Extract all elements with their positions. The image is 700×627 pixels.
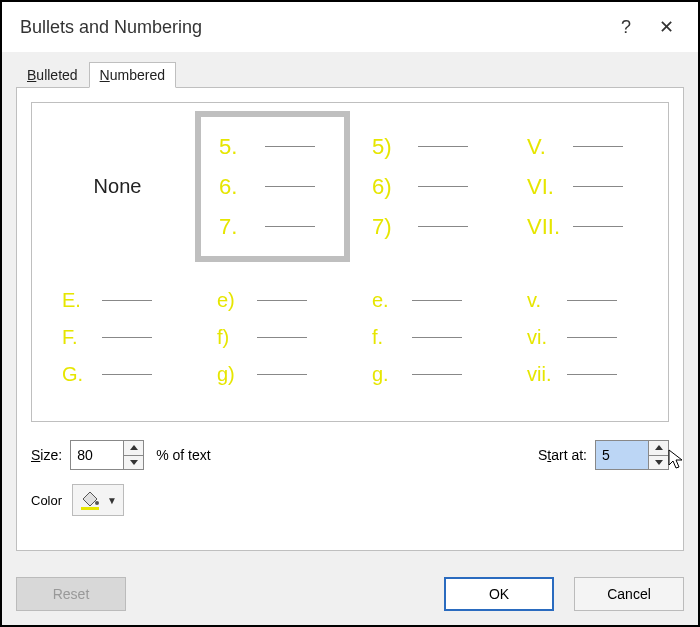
line-icon [102, 337, 152, 338]
close-button[interactable]: ✕ [646, 16, 686, 38]
tab-bulleted-rest: ulleted [36, 67, 77, 83]
num-label: v. [527, 289, 561, 312]
gallery-row: 6. [219, 174, 338, 200]
color-row: Color ▼ [31, 484, 669, 516]
num-label: V. [527, 134, 567, 160]
num-label: e. [372, 289, 406, 312]
line-icon [418, 146, 468, 147]
line-icon [418, 226, 468, 227]
tab-numbered-accel: N [100, 67, 110, 83]
help-button[interactable]: ? [606, 17, 646, 38]
line-icon [265, 186, 315, 187]
line-icon [265, 226, 315, 227]
num-label: VI. [527, 174, 567, 200]
svg-marker-1 [130, 460, 138, 465]
num-label: 7) [372, 214, 412, 240]
num-label: 6. [219, 174, 259, 200]
num-label: E. [62, 289, 96, 312]
dialog-title: Bullets and Numbering [20, 17, 606, 38]
num-label: 6) [372, 174, 412, 200]
gallery-row: G. [62, 363, 185, 386]
gallery-row: E. [62, 289, 185, 312]
size-spinner-down[interactable] [124, 455, 143, 470]
line-icon [567, 337, 617, 338]
cancel-button[interactable]: Cancel [574, 577, 684, 611]
color-picker-button[interactable]: ▼ [72, 484, 124, 516]
line-icon [573, 226, 623, 227]
num-label: 5) [372, 134, 412, 160]
num-label: f) [217, 326, 251, 349]
line-icon [102, 300, 152, 301]
gallery-row: 7. [219, 214, 338, 240]
gallery-row: 6) [372, 174, 495, 200]
start-at-spinner-down[interactable] [649, 455, 668, 470]
size-spinner[interactable] [70, 440, 144, 470]
gallery-row: g. [372, 363, 495, 386]
tab-numbered[interactable]: Numbered [89, 62, 176, 88]
line-icon [573, 186, 623, 187]
line-icon [257, 374, 307, 375]
gallery-tile-alpha-lower-dot[interactable]: e. f. g. [350, 262, 505, 413]
gallery-tile-arabic-paren[interactable]: 5) 6) 7) [350, 111, 505, 262]
num-label: e) [217, 289, 251, 312]
gallery-row: f. [372, 326, 495, 349]
chevron-down-icon [655, 460, 663, 465]
start-at-spinner-buttons [648, 441, 668, 469]
svg-marker-3 [655, 460, 663, 465]
size-input[interactable] [71, 441, 123, 469]
line-icon [567, 300, 617, 301]
num-label: G. [62, 363, 96, 386]
size-startat-row: Size: % of text Start at: [31, 440, 669, 470]
gallery-tile-roman-lower-dot[interactable]: v. vi. vii. [505, 262, 660, 413]
line-icon [257, 337, 307, 338]
line-icon [412, 337, 462, 338]
start-at-input[interactable] [596, 441, 648, 469]
gallery-row: f) [217, 326, 340, 349]
gallery-row: g) [217, 363, 340, 386]
tab-numbered-rest: umbered [110, 67, 165, 83]
size-label: Size: [31, 447, 62, 463]
gallery-row: vii. [527, 363, 650, 386]
svg-point-4 [95, 501, 99, 505]
tab-bulleted[interactable]: Bulleted [16, 62, 89, 88]
chevron-down-icon [130, 460, 138, 465]
svg-rect-5 [81, 507, 99, 510]
size-spinner-buttons [123, 441, 143, 469]
start-at-spinner-up[interactable] [649, 441, 668, 455]
svg-marker-0 [130, 445, 138, 450]
num-label: g) [217, 363, 251, 386]
num-label: vi. [527, 326, 561, 349]
gallery-row: 5. [219, 134, 338, 160]
numbering-gallery: None 5. 6. 7. 5) 6) 7) V. VI. VII. [40, 111, 660, 413]
reset-button: Reset [16, 577, 126, 611]
tab-strip: Bulleted Numbered [16, 58, 684, 88]
size-suffix: % of text [156, 447, 210, 463]
start-at-spinner[interactable] [595, 440, 669, 470]
gallery-tile-roman-upper-dot[interactable]: V. VI. VII. [505, 111, 660, 262]
gallery-tile-alpha-upper-dot[interactable]: E. F. G. [40, 262, 195, 413]
dialog-content: Bulleted Numbered None 5. 6. 7. 5) 6) [2, 52, 698, 565]
gallery-tile-none[interactable]: None [40, 111, 195, 262]
gallery-tile-alpha-lower-paren[interactable]: e) f) g) [195, 262, 350, 413]
num-label: vii. [527, 363, 561, 386]
line-icon [257, 300, 307, 301]
svg-marker-2 [655, 445, 663, 450]
paint-bucket-icon [79, 489, 101, 511]
line-icon [102, 374, 152, 375]
num-label: f. [372, 326, 406, 349]
line-icon [412, 300, 462, 301]
gallery-row: v. [527, 289, 650, 312]
gallery-tile-arabic-dot[interactable]: 5. 6. 7. [195, 111, 350, 262]
line-icon [567, 374, 617, 375]
num-label: F. [62, 326, 96, 349]
size-spinner-up[interactable] [124, 441, 143, 455]
ok-button[interactable]: OK [444, 577, 554, 611]
num-label: g. [372, 363, 406, 386]
num-label: 7. [219, 214, 259, 240]
line-icon [412, 374, 462, 375]
color-label: Color [31, 493, 62, 508]
gallery-row: VII. [527, 214, 650, 240]
line-icon [573, 146, 623, 147]
numbering-gallery-frame: None 5. 6. 7. 5) 6) 7) V. VI. VII. [31, 102, 669, 422]
gallery-row: 5) [372, 134, 495, 160]
